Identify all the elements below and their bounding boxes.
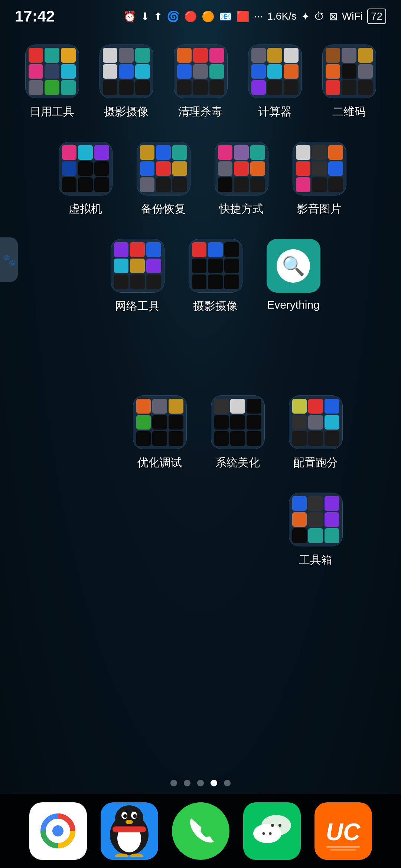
status-icons: ⏰ ⬇ ⬆ 🌀 🔴 🟠 📧 🟥 ··· 1.6K/s ✦ ⏱ ⊠ WiFi 72	[123, 9, 386, 24]
mini-6	[358, 64, 373, 79]
app-shortcuts[interactable]: 快捷方式	[208, 142, 275, 217]
page-dot-5[interactable]	[224, 780, 231, 786]
status-bar: 17:42 ⏰ ⬇ ⬆ 🌀 🔴 🟠 📧 🟥 ··· 1.6K/s ✦ ⏱ ⊠ W…	[0, 0, 401, 30]
handle-icon: 🐾	[2, 253, 16, 266]
svg-point-3	[52, 825, 63, 836]
mini-4	[62, 161, 77, 176]
app-network-tools[interactable]: 网络工具	[104, 239, 171, 314]
mini-2	[152, 399, 167, 414]
mini-8	[156, 177, 171, 192]
dock-chrome[interactable]	[29, 802, 87, 860]
mini-1	[177, 48, 192, 63]
mini-5	[45, 64, 59, 79]
app-label-everything: Everything	[267, 299, 320, 311]
clock2-icon: ⏱	[314, 10, 325, 23]
page-dot-4[interactable]	[211, 780, 217, 786]
app-label-cleaner: 清理杀毒	[178, 104, 223, 119]
svg-point-10	[133, 814, 137, 818]
mini-6	[284, 64, 299, 79]
side-handle[interactable]: 🐾	[0, 237, 18, 282]
mini-6	[325, 512, 339, 527]
mini-6	[328, 161, 343, 176]
app-photo-imaging2[interactable]: 摄影摄像	[182, 239, 249, 314]
mini-7	[29, 80, 43, 95]
qq-icon	[105, 805, 153, 857]
app-calculator[interactable]: 计算器	[241, 45, 308, 119]
mini-6	[250, 161, 265, 176]
mini-7	[114, 274, 129, 289]
app-system-beauty[interactable]: 系统美化	[204, 395, 271, 470]
mini-6	[135, 64, 150, 79]
mini-2	[130, 242, 145, 257]
search-icon: 🔍	[282, 255, 305, 277]
svg-point-11	[125, 820, 133, 824]
app-backup-restore[interactable]: 备份恢复	[130, 142, 197, 217]
dock-qq[interactable]	[101, 802, 158, 860]
app-grid: 日用工具 摄影摄像	[0, 30, 401, 568]
mini-9	[209, 80, 224, 95]
app-label-calculator: 计算器	[258, 104, 291, 119]
mini-2	[119, 48, 134, 63]
mini-4	[296, 161, 311, 176]
mini-7	[177, 80, 192, 95]
dock-wechat[interactable]	[243, 802, 301, 860]
app-everything[interactable]: 🔍 Everything	[260, 239, 327, 314]
mini-8	[308, 431, 323, 446]
app-virtual-machine[interactable]: 虚拟机	[52, 142, 119, 217]
mini-2	[208, 242, 223, 257]
mini-1	[62, 145, 77, 160]
mini-3	[325, 496, 339, 511]
mini-1	[114, 242, 129, 257]
mini-5	[230, 415, 245, 430]
app-qrcode[interactable]: 二维码	[316, 45, 382, 119]
mini-8	[130, 274, 145, 289]
app-label-virtual-machine: 虚拟机	[69, 201, 102, 217]
mini-1	[292, 399, 307, 414]
mini-3	[169, 399, 183, 414]
more-icon: ···	[254, 10, 263, 22]
dock-uc[interactable]: UC	[314, 802, 372, 860]
mini-4	[192, 259, 207, 273]
svg-text:UC: UC	[326, 819, 361, 845]
mini-7	[103, 80, 118, 95]
mini-2	[193, 48, 208, 63]
mini-3	[250, 145, 265, 160]
mini-5	[78, 161, 93, 176]
app-optim-debug[interactable]: 优化调试	[126, 395, 193, 470]
notification3-icon: 📧	[219, 10, 232, 23]
mini-7	[292, 431, 307, 446]
mini-1	[136, 399, 151, 414]
mini-9	[250, 177, 265, 192]
page-dot-1[interactable]	[170, 780, 177, 786]
app-daily-tools[interactable]: 日用工具	[19, 45, 85, 119]
mini-3	[172, 145, 187, 160]
download-icon: ⬇	[141, 10, 149, 23]
dock-phone[interactable]	[172, 802, 229, 860]
mini-2	[342, 48, 356, 63]
mini-6	[169, 415, 183, 430]
mini-9	[325, 431, 339, 446]
app-config-run[interactable]: 配置跑分	[282, 395, 349, 470]
mini-8	[234, 177, 249, 192]
mini-3	[325, 399, 339, 414]
wifi-icon: WiFi	[342, 10, 363, 22]
app-photo-imaging[interactable]: 摄影摄像	[93, 45, 160, 119]
x-icon: ⊠	[329, 10, 338, 23]
svg-rect-24	[330, 849, 356, 851]
page-dot-2[interactable]	[184, 780, 190, 786]
app-cleaner[interactable]: 清理杀毒	[167, 45, 234, 119]
mini-2	[78, 145, 93, 160]
app-label-backup-restore: 备份恢复	[141, 201, 186, 217]
app-media-image[interactable]: 影音图片	[286, 142, 353, 217]
dock: UC	[0, 794, 401, 868]
svg-rect-23	[326, 846, 360, 848]
app-label-system-beauty: 系统美化	[215, 455, 260, 470]
mini-4	[136, 415, 151, 430]
app-toolbox[interactable]: 工具箱	[282, 493, 349, 568]
mini-5	[193, 64, 208, 79]
app-icon-cleaner	[174, 45, 228, 98]
page-dot-3[interactable]	[197, 780, 204, 786]
mini-5	[119, 64, 134, 79]
app-icon-everything: 🔍	[267, 239, 320, 293]
chrome-icon	[37, 810, 79, 852]
